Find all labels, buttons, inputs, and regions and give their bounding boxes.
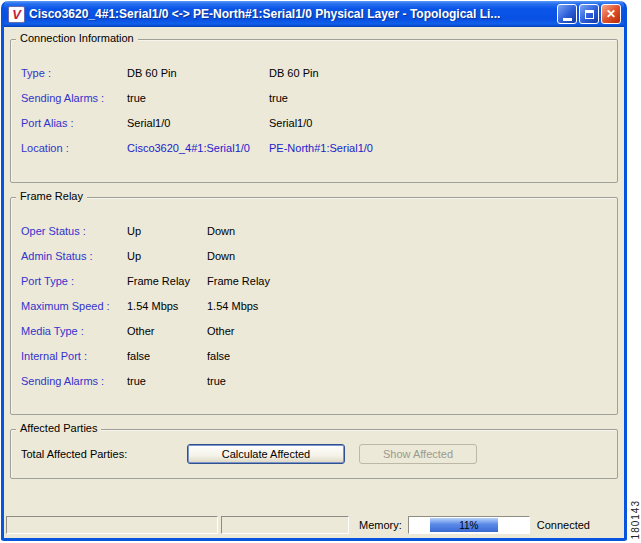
group-title-affected-parties: Affected Parties <box>16 422 101 434</box>
field-value-left: 1.54 Mbps <box>127 300 207 312</box>
field-label: Maximum Speed : <box>21 300 127 312</box>
field-value-right: Down <box>207 250 617 262</box>
field-label: Internal Port : <box>21 350 127 362</box>
info-row: Media Type :OtherOther <box>21 318 617 343</box>
field-value-right: false <box>207 350 617 362</box>
calculate-affected-button[interactable]: Calculate Affected <box>187 444 345 464</box>
maximize-button[interactable] <box>579 4 599 24</box>
field-value-left: Other <box>127 325 207 337</box>
close-button[interactable]: ✕ <box>601 4 621 24</box>
maximize-icon <box>585 10 594 19</box>
field-label: Admin Status : <box>21 250 127 262</box>
field-value-right: Down <box>207 225 617 237</box>
memory-progress-bar: 11% <box>408 516 530 534</box>
memory-percent-value: 11% <box>409 517 529 533</box>
window-client-area: Connection Information Type :DB 60 PinDB… <box>4 27 624 538</box>
info-row: Internal Port :falsefalse <box>21 343 617 368</box>
field-value-right: Frame Relay <box>207 275 617 287</box>
app-icon: V <box>8 6 25 23</box>
group-title-frame-relay: Frame Relay <box>16 190 87 202</box>
field-label: Type : <box>21 67 127 79</box>
connection-status: Connected <box>533 519 622 531</box>
minimize-icon <box>563 18 572 21</box>
field-value-right: true <box>207 375 617 387</box>
connection-information-group: Connection Information Type :DB 60 PinDB… <box>10 39 618 183</box>
field-value-right: DB 60 Pin <box>269 67 617 79</box>
connection-information-rows: Type :DB 60 PinDB 60 PinSending Alarms :… <box>11 40 617 160</box>
info-row: Port Alias :Serial1/0Serial1/0 <box>21 110 617 135</box>
field-value-left: Frame Relay <box>127 275 207 287</box>
field-value-right: 1.54 Mbps <box>207 300 617 312</box>
figure-number: 180143 <box>630 500 641 539</box>
status-panel-left <box>6 516 218 534</box>
window-controls: ✕ <box>557 4 621 24</box>
field-label: Oper Status : <box>21 225 127 237</box>
field-label: Sending Alarms : <box>21 92 127 104</box>
field-label: Port Alias : <box>21 117 127 129</box>
field-value-left: Serial1/0 <box>127 117 269 129</box>
group-title-connection-information: Connection Information <box>16 32 138 44</box>
close-icon: ✕ <box>606 8 616 20</box>
frame-relay-rows: Oper Status :UpDownAdmin Status :UpDownP… <box>11 198 617 393</box>
app-logo-v: V <box>12 8 21 21</box>
info-row: Sending Alarms :truetrue <box>21 85 617 110</box>
info-row: Port Type :Frame RelayFrame Relay <box>21 268 617 293</box>
field-value-right: Serial1/0 <box>269 117 617 129</box>
minimize-button[interactable] <box>557 4 577 24</box>
field-value-left: true <box>127 92 269 104</box>
total-affected-parties-label: Total Affected Parties: <box>21 448 143 460</box>
affected-parties-group: Affected Parties Total Affected Parties:… <box>10 429 618 479</box>
show-affected-button: Show Affected <box>359 444 477 464</box>
info-row: Admin Status :UpDown <box>21 243 617 268</box>
field-value-left: DB 60 Pin <box>127 67 269 79</box>
field-value-right: true <box>269 92 617 104</box>
info-row: Sending Alarms :truetrue <box>21 368 617 393</box>
status-bar: Memory: 11% Connected <box>4 514 624 538</box>
field-label: Port Type : <box>21 275 127 287</box>
location-link[interactable]: PE-North#1:Serial1/0 <box>269 142 617 154</box>
info-row: Type :DB 60 PinDB 60 Pin <box>21 60 617 85</box>
field-value-left: Up <box>127 225 207 237</box>
field-label: Location : <box>21 142 127 154</box>
field-value-left: true <box>127 375 207 387</box>
window-titlebar[interactable]: V Cisco3620_4#1:Serial1/0 <-> PE-North#1… <box>4 1 624 27</box>
window-title: Cisco3620_4#1:Serial1/0 <-> PE-North#1:S… <box>29 7 557 21</box>
frame-relay-group: Frame Relay Oper Status :UpDownAdmin Sta… <box>10 197 618 415</box>
location-link[interactable]: Cisco3620_4#1:Serial1/0 <box>127 142 269 154</box>
info-row: Maximum Speed :1.54 Mbps1.54 Mbps <box>21 293 617 318</box>
physical-layer-window: V Cisco3620_4#1:Serial1/0 <-> PE-North#1… <box>1 1 627 541</box>
field-value-right: Other <box>207 325 617 337</box>
field-value-left: Up <box>127 250 207 262</box>
field-label: Media Type : <box>21 325 127 337</box>
screenshot-canvas: V Cisco3620_4#1:Serial1/0 <-> PE-North#1… <box>0 0 641 543</box>
field-label: Sending Alarms : <box>21 375 127 387</box>
info-row: Oper Status :UpDown <box>21 218 617 243</box>
field-value-left: false <box>127 350 207 362</box>
memory-label: Memory: <box>356 519 405 531</box>
status-panel-middle <box>221 516 349 534</box>
info-row: Location :Cisco3620_4#1:Serial1/0PE-Nort… <box>21 135 617 160</box>
